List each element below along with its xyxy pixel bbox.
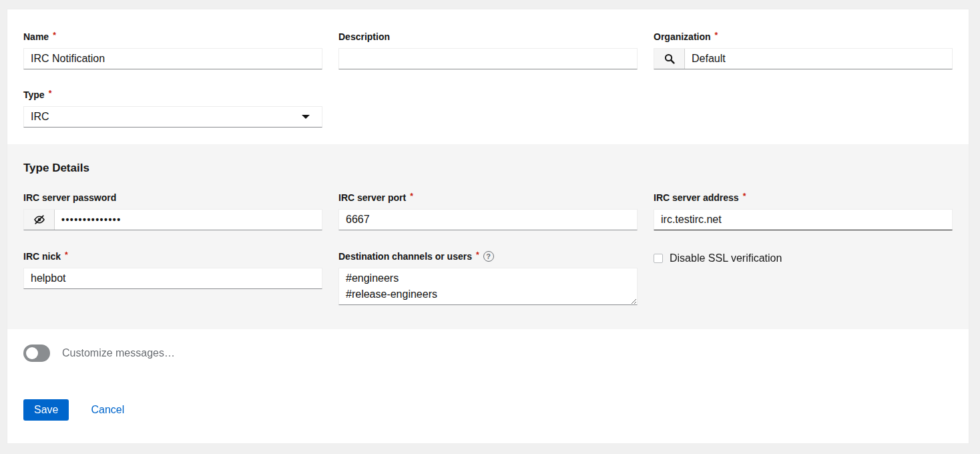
required-asterisk: * xyxy=(53,31,56,40)
required-asterisk: * xyxy=(410,192,413,201)
organization-lookup-group xyxy=(654,48,953,69)
toggle-knob xyxy=(26,347,38,359)
port-label-text: IRC server port xyxy=(338,192,406,203)
organization-input[interactable] xyxy=(685,49,952,69)
description-input[interactable] xyxy=(338,48,638,69)
nick-field-group: IRC nick * xyxy=(23,251,322,289)
type-details-heading: Type Details xyxy=(23,162,953,175)
required-asterisk: * xyxy=(715,31,718,40)
ssl-checkbox-label[interactable]: Disable SSL verification xyxy=(670,252,782,264)
channels-field-group: Destination channels or users * ? #engin… xyxy=(338,251,638,308)
channels-textarea[interactable]: #engineers #release-engineers xyxy=(338,268,638,305)
description-label-text: Description xyxy=(338,31,390,42)
type-select[interactable]: IRC xyxy=(23,106,322,128)
required-asterisk: * xyxy=(65,250,68,260)
name-label: Name * xyxy=(23,31,322,42)
search-icon xyxy=(664,53,675,64)
nick-label-text: IRC nick xyxy=(23,251,61,262)
organization-field-group: Organization * xyxy=(654,31,953,69)
ssl-field-group: Disable SSL verification xyxy=(654,251,953,264)
description-label: Description xyxy=(338,31,638,42)
organization-label: Organization * xyxy=(654,31,953,42)
password-input[interactable] xyxy=(55,210,322,230)
type-field-group: Type * IRC xyxy=(23,89,322,128)
channels-label: Destination channels or users * ? xyxy=(338,251,638,262)
cancel-button[interactable]: Cancel xyxy=(91,404,124,416)
organization-label-text: Organization xyxy=(654,31,711,42)
port-label: IRC server port * xyxy=(338,192,638,203)
port-field-group: IRC server port * xyxy=(338,192,638,230)
password-label-text: IRC server password xyxy=(23,192,116,203)
required-asterisk: * xyxy=(476,250,479,260)
nick-label: IRC nick * xyxy=(23,251,322,262)
basic-fields-section: Name * Description Organization * xyxy=(7,9,969,128)
address-label: IRC server address * xyxy=(654,192,953,203)
address-field-group: IRC server address * xyxy=(654,192,953,230)
required-asterisk: * xyxy=(743,192,746,201)
nick-input[interactable] xyxy=(23,268,322,289)
channels-label-text: Destination channels or users xyxy=(338,251,472,262)
description-field-group: Description xyxy=(338,31,638,69)
help-icon[interactable]: ? xyxy=(483,251,494,262)
save-button[interactable]: Save xyxy=(23,399,69,421)
organization-search-button[interactable] xyxy=(654,49,685,69)
type-label: Type * xyxy=(23,89,322,100)
password-visibility-button[interactable] xyxy=(24,210,55,230)
address-input[interactable] xyxy=(654,209,953,230)
port-input[interactable] xyxy=(338,209,638,230)
password-label: IRC server password xyxy=(23,192,322,203)
type-label-text: Type xyxy=(23,89,45,100)
name-label-text: Name xyxy=(23,31,49,42)
required-asterisk: * xyxy=(49,89,52,98)
name-input[interactable] xyxy=(23,48,322,69)
ssl-checkbox[interactable] xyxy=(654,254,663,263)
address-label-text: IRC server address xyxy=(654,192,739,203)
type-details-section: Type Details IRC server password xyxy=(7,144,969,329)
password-input-group xyxy=(23,209,322,230)
form-actions: Save Cancel xyxy=(7,362,969,421)
type-select-value: IRC xyxy=(31,111,49,123)
customize-messages-toggle[interactable] xyxy=(23,345,50,362)
notification-form-card: Name * Description Organization * xyxy=(7,9,969,444)
name-field-group: Name * xyxy=(23,31,322,69)
chevron-down-icon xyxy=(302,115,310,119)
customize-messages-row: Customize messages… xyxy=(7,329,969,362)
password-field-group: IRC server password xyxy=(23,192,322,230)
eye-slash-icon xyxy=(33,214,45,226)
customize-messages-label: Customize messages… xyxy=(62,347,175,359)
